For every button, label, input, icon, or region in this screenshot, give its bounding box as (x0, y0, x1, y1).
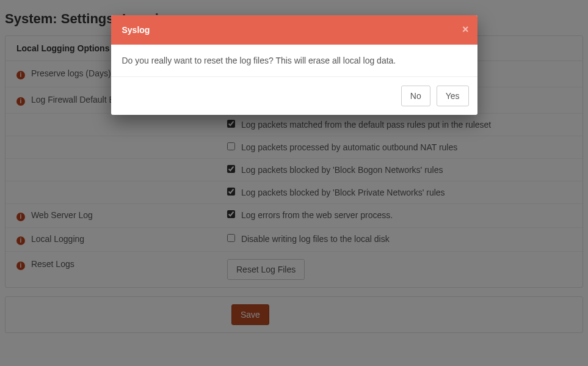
confirm-modal: Syslog × Do you really want to reset the… (111, 15, 477, 115)
close-icon[interactable]: × (462, 24, 469, 35)
modal-body: Do you really want to reset the log file… (111, 45, 477, 76)
modal-footer: No Yes (111, 76, 477, 115)
modal-no-button[interactable]: No (401, 86, 430, 106)
modal-title: Syslog (122, 25, 150, 35)
modal-header: Syslog × (111, 15, 477, 45)
modal-yes-button[interactable]: Yes (437, 86, 469, 106)
